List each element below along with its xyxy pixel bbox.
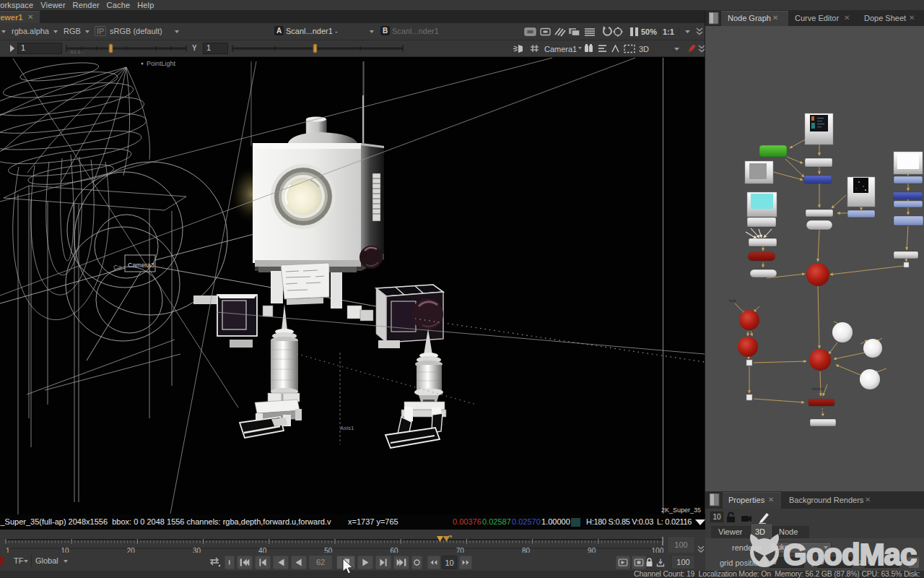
svg-text:70: 70 bbox=[456, 547, 465, 553]
svg-text:Ca: Ca bbox=[113, 264, 122, 271]
svg-text:50: 50 bbox=[324, 547, 333, 553]
svg-text:Axis1: Axis1 bbox=[340, 425, 354, 431]
svg-text:80: 80 bbox=[522, 547, 531, 553]
svg-text:90: 90 bbox=[588, 547, 596, 553]
svg-text:50%: 50% bbox=[641, 27, 657, 36]
svg-text:GoodMac: GoodMac bbox=[783, 538, 917, 571]
svg-text:Camera3: Camera3 bbox=[128, 262, 154, 269]
svg-text:20: 20 bbox=[127, 547, 136, 553]
svg-text:look: look bbox=[729, 298, 736, 303]
svg-text:30: 30 bbox=[193, 547, 201, 553]
svg-text:100: 100 bbox=[652, 547, 664, 553]
svg-text:40: 40 bbox=[258, 547, 267, 553]
svg-text:PointLight: PointLight bbox=[147, 60, 176, 67]
svg-text:1: 1 bbox=[6, 547, 10, 553]
svg-text:1:1: 1:1 bbox=[663, 27, 674, 36]
svg-text:2K_Super_35: 2K_Super_35 bbox=[661, 506, 701, 514]
svg-text:10: 10 bbox=[61, 547, 70, 553]
svg-text:60: 60 bbox=[391, 547, 399, 553]
svg-text:0.1··1···: 0.1··1··· bbox=[71, 50, 84, 54]
svg-text:Camera1: Camera1 bbox=[544, 45, 577, 53]
svg-text:3D: 3D bbox=[639, 45, 649, 53]
svg-text:obj/scn: obj/scn bbox=[811, 387, 824, 391]
